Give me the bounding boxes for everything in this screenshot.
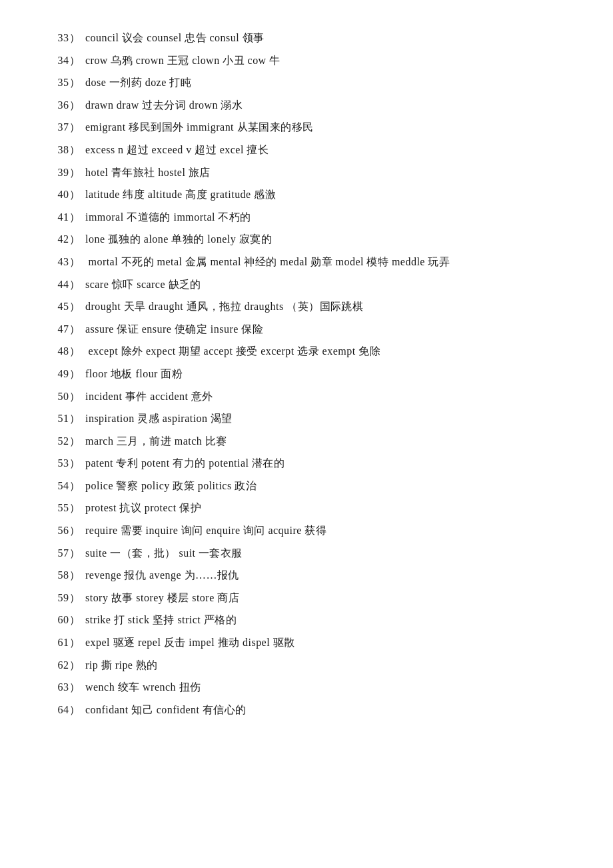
entry-text: hotel 青年旅社 hostel 旅店: [85, 167, 211, 178]
list-item: 59）story 故事 storey 楼层 store 商店: [53, 587, 560, 609]
list-item: 60）strike 打 stick 坚持 strict 严格的: [53, 609, 560, 631]
list-item: 38）excess n 超过 exceed v 超过 excel 擅长: [53, 139, 560, 161]
entry-number: 38）: [53, 139, 80, 161]
entry-number: 61）: [53, 631, 80, 654]
entry-number: 36）: [53, 94, 80, 117]
entry-text: story 故事 storey 楼层 store 商店: [85, 592, 239, 603]
entry-number: 56）: [53, 519, 80, 542]
list-item: 42）lone 孤独的 alone 单独的 lonely 寂寞的: [53, 228, 560, 251]
list-item: 61）expel 驱逐 repel 反击 impel 推动 dispel 驱散: [53, 631, 560, 654]
entry-number: 60）: [53, 609, 80, 631]
entry-number: 63）: [53, 676, 80, 699]
entry-number: 45）: [53, 295, 80, 318]
entry-text: march 三月，前进 match 比赛: [85, 435, 227, 447]
entry-text: mortal 不死的 metal 金属 mental 神经的 medal 勋章 …: [85, 256, 450, 267]
entry-number: 47）: [53, 318, 80, 341]
entry-number: 54）: [53, 475, 80, 497]
list-item: 45）drought 天旱 draught 通风，拖拉 draughts （英）…: [53, 295, 560, 318]
list-item: 54）police 警察 policy 政策 politics 政治: [53, 475, 560, 497]
entry-number: 33）: [53, 27, 80, 49]
entry-number: 50）: [53, 385, 80, 408]
entry-number: 59）: [53, 587, 80, 609]
list-item: 37）emigrant 移民到国外 immigrant 从某国来的移民: [53, 116, 560, 139]
list-item: 41）immoral 不道德的 immortal 不朽的: [53, 206, 560, 229]
list-item: 57）suite 一（套，批） suit 一套衣服: [53, 542, 560, 565]
list-item: 35）dose 一剂药 doze 打盹: [53, 71, 560, 94]
list-item: 55）protest 抗议 protect 保护: [53, 497, 560, 519]
list-item: 62）rip 撕 ripe 熟的: [53, 654, 560, 677]
entry-text: protest 抗议 protect 保护: [85, 502, 201, 513]
list-item: 33）council 议会 counsel 忠告 consul 领事: [53, 27, 560, 49]
entry-text: require 需要 inquire 询问 enquire 询问 acquire…: [85, 525, 326, 536]
entry-text: revenge 报仇 avenge 为……报仇: [85, 569, 239, 581]
entry-number: 64）: [53, 699, 80, 721]
entry-text: excess n 超过 exceed v 超过 excel 擅长: [85, 144, 269, 155]
entry-number: 37）: [53, 116, 80, 139]
list-item: 34）crow 乌鸦 crown 王冠 clown 小丑 cow 牛: [53, 49, 560, 72]
entry-text: lone 孤独的 alone 单独的 lonely 寂寞的: [85, 233, 272, 245]
entry-text: except 除外 expect 期望 accept 接受 excerpt 选录…: [85, 345, 380, 357]
list-item: 64）confidant 知己 confident 有信心的: [53, 699, 560, 721]
entry-text: latitude 纬度 altitude 高度 gratitude 感激: [85, 189, 276, 200]
entry-number: 48）: [53, 340, 80, 363]
entry-number: 55）: [53, 497, 80, 519]
entry-number: 43）: [53, 251, 80, 273]
entry-number: 44）: [53, 273, 80, 296]
list-item: 49）floor 地板 flour 面粉: [53, 363, 560, 385]
list-item: 48） except 除外 expect 期望 accept 接受 excerp…: [53, 340, 560, 363]
entry-text: dose 一剂药 doze 打盹: [85, 77, 191, 88]
entry-number: 58）: [53, 564, 80, 587]
entry-number: 52）: [53, 430, 80, 453]
list-item: 52）march 三月，前进 match 比赛: [53, 430, 560, 453]
entry-text: drought 天旱 draught 通风，拖拉 draughts （英）国际跳…: [85, 301, 363, 312]
entry-text: inspiration 灵感 aspiration 渴望: [85, 413, 233, 424]
entry-text: assure 保证 ensure 使确定 insure 保险: [85, 323, 263, 335]
entry-number: 41）: [53, 206, 80, 229]
entry-text: rip 撕 ripe 熟的: [85, 659, 158, 671]
list-item: 58）revenge 报仇 avenge 为……报仇: [53, 564, 560, 587]
list-item: 63）wench 绞车 wrench 扭伤: [53, 676, 560, 699]
entry-text: drawn draw 过去分词 drown 溺水: [85, 99, 243, 111]
entry-text: patent 专利 potent 有力的 potential 潜在的: [85, 457, 285, 469]
entry-text: council 议会 counsel 忠告 consul 领事: [85, 32, 265, 43]
entry-text: emigrant 移民到国外 immigrant 从某国来的移民: [85, 121, 314, 133]
entry-number: 39）: [53, 161, 80, 184]
entry-number: 35）: [53, 71, 80, 94]
entry-text: confidant 知己 confident 有信心的: [85, 704, 247, 715]
entry-number: 49）: [53, 363, 80, 385]
list-item: 36）drawn draw 过去分词 drown 溺水: [53, 94, 560, 117]
entry-text: crow 乌鸦 crown 王冠 clown 小丑 cow 牛: [85, 55, 281, 66]
entry-number: 57）: [53, 542, 80, 565]
word-list: 33）council 议会 counsel 忠告 consul 领事34）cro…: [53, 27, 560, 721]
entry-number: 34）: [53, 49, 80, 72]
list-item: 50）incident 事件 accident 意外: [53, 385, 560, 408]
entry-text: floor 地板 flour 面粉: [85, 368, 183, 379]
entry-number: 42）: [53, 228, 80, 251]
entry-text: wench 绞车 wrench 扭伤: [85, 681, 201, 693]
entry-text: immoral 不道德的 immortal 不朽的: [85, 211, 251, 223]
entry-number: 40）: [53, 183, 80, 206]
entry-text: strike 打 stick 坚持 strict 严格的: [85, 614, 237, 625]
list-item: 56）require 需要 inquire 询问 enquire 询问 acqu…: [53, 519, 560, 542]
list-item: 53）patent 专利 potent 有力的 potential 潜在的: [53, 452, 560, 475]
entry-text: suite 一（套，批） suit 一套衣服: [85, 547, 243, 559]
entry-number: 53）: [53, 452, 80, 475]
entry-text: police 警察 policy 政策 politics 政治: [85, 480, 257, 491]
list-item: 51）inspiration 灵感 aspiration 渴望: [53, 407, 560, 430]
entry-number: 51）: [53, 407, 80, 430]
list-item: 47）assure 保证 ensure 使确定 insure 保险: [53, 318, 560, 341]
entry-text: expel 驱逐 repel 反击 impel 推动 dispel 驱散: [85, 637, 295, 648]
list-item: 44）scare 惊吓 scarce 缺乏的: [53, 273, 560, 296]
list-item: 40）latitude 纬度 altitude 高度 gratitude 感激: [53, 183, 560, 206]
entry-number: 62）: [53, 654, 80, 677]
entry-text: scare 惊吓 scarce 缺乏的: [85, 279, 201, 290]
list-item: 39）hotel 青年旅社 hostel 旅店: [53, 161, 560, 184]
entry-text: incident 事件 accident 意外: [85, 391, 213, 402]
list-item: 43） mortal 不死的 metal 金属 mental 神经的 medal…: [53, 251, 560, 273]
